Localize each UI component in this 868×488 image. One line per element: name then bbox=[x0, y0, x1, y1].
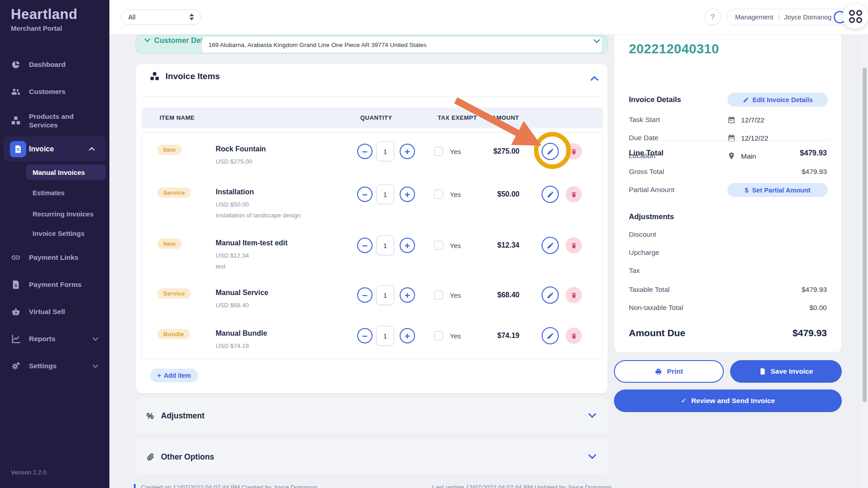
apps-grid-icon bbox=[849, 10, 862, 23]
other-options-header: Other Options bbox=[146, 452, 214, 462]
delete-item-button[interactable] bbox=[566, 237, 582, 253]
app-root: Heartland Merchant Portal Dashboard Cust… bbox=[0, 0, 868, 488]
select-spinner-icon bbox=[189, 14, 194, 20]
quantity-decrease-button[interactable]: − bbox=[357, 287, 373, 303]
tax-exempt-checkbox[interactable] bbox=[434, 331, 443, 340]
sidebar-item-invoice[interactable]: Invoice bbox=[4, 136, 106, 161]
quantity-decrease-button[interactable]: − bbox=[357, 238, 373, 253]
tax-label: Tax bbox=[629, 267, 640, 275]
review-send-invoice-button[interactable]: ✓ Review and Send Invoice bbox=[614, 389, 842, 412]
due-date-value[interactable]: 12/12/22 bbox=[741, 134, 768, 142]
other-options-title: Other Options bbox=[161, 452, 214, 462]
sidebar-item-payment-forms[interactable]: $ Payment Forms bbox=[0, 274, 109, 295]
set-partial-amount-button[interactable]: $ Set Partial Amount bbox=[727, 183, 828, 197]
save-invoice-label: Save Invoice bbox=[771, 367, 813, 375]
amount-due-value: $479.93 bbox=[793, 328, 827, 338]
user-name: Joyce Domanog bbox=[784, 14, 831, 21]
sidebar-item-invoice-settings[interactable]: Invoice Settings bbox=[0, 225, 109, 241]
help-button[interactable]: ? bbox=[704, 9, 721, 25]
apps-launcher-button[interactable] bbox=[843, 4, 868, 29]
svg-text:$: $ bbox=[14, 283, 17, 288]
tax-exempt-checkbox[interactable] bbox=[434, 190, 443, 199]
delete-item-button[interactable] bbox=[566, 186, 582, 202]
sidebar-item-dashboard[interactable]: Dashboard bbox=[0, 54, 109, 75]
scrollbar-track[interactable] bbox=[861, 35, 868, 488]
quantity-input[interactable] bbox=[376, 235, 394, 255]
sidebar-item-payment-links[interactable]: Payment Links bbox=[0, 247, 109, 268]
chevron-down-icon bbox=[144, 38, 151, 43]
tax-exempt-checkbox[interactable] bbox=[434, 147, 443, 156]
collapse-chevron-up-icon[interactable] bbox=[590, 75, 599, 81]
item-name: Installation bbox=[216, 188, 254, 196]
delete-item-button[interactable] bbox=[566, 328, 582, 344]
paperclip-icon bbox=[146, 452, 156, 461]
invoice-icon bbox=[10, 141, 26, 157]
quantity-increase-button[interactable]: + bbox=[400, 187, 415, 202]
edit-item-button[interactable] bbox=[542, 186, 559, 203]
customer-address-field[interactable]: 169 Alubarna, Arabasta Kingdom Grand Lin… bbox=[202, 37, 602, 53]
sidebar-item-recurring-invoices[interactable]: Recurring Invoices bbox=[0, 206, 109, 221]
add-item-label: Add item bbox=[164, 372, 191, 379]
quantity-decrease-button[interactable]: − bbox=[357, 328, 373, 343]
add-item-button[interactable]: + Add item bbox=[150, 369, 198, 382]
sidebar-item-customers[interactable]: Customers bbox=[0, 81, 109, 102]
sidebar-item-manual-invoices[interactable]: Manual Invoices bbox=[26, 164, 106, 180]
trash-icon bbox=[571, 191, 577, 198]
sidebar-item-label: Payment Forms bbox=[29, 280, 97, 289]
chevron-down-icon bbox=[92, 363, 99, 369]
edit-item-button[interactable] bbox=[542, 327, 559, 344]
invoice-items-header: Invoice Items bbox=[150, 71, 220, 81]
customer-details-section[interactable]: Customer Details 169 Alubarna, Arabasta … bbox=[136, 35, 608, 54]
amount-due-label: Amount Due bbox=[629, 328, 685, 338]
table-row: Service Manual Service USD $68.40 − + Ye… bbox=[142, 285, 604, 328]
filter-select[interactable]: All bbox=[121, 9, 201, 25]
pencil-icon bbox=[547, 291, 554, 299]
sidebar-item-reports[interactable]: Reports bbox=[0, 328, 109, 349]
pencil-icon bbox=[547, 191, 554, 198]
collapse-chevron-icon[interactable] bbox=[593, 38, 600, 44]
items-table-body: Item Rock Fountain USD $275.00 − + Yes $… bbox=[142, 132, 603, 359]
quantity-decrease-button[interactable]: − bbox=[357, 187, 373, 202]
other-options-section[interactable]: Other Options bbox=[136, 439, 608, 474]
sidebar-item-estimates[interactable]: Estimates bbox=[0, 185, 109, 200]
tax-exempt-checkbox[interactable] bbox=[434, 241, 443, 250]
chevron-down-icon[interactable] bbox=[588, 413, 596, 419]
quantity-input[interactable] bbox=[376, 141, 394, 161]
quantity-increase-button[interactable]: + bbox=[400, 144, 415, 159]
sidebar-subitem-label: Recurring Invoices bbox=[33, 210, 94, 218]
discount-label: Discount bbox=[629, 230, 656, 239]
item-name: Manual Item-test edit bbox=[216, 239, 288, 247]
quantity-input[interactable] bbox=[376, 285, 394, 305]
edit-invoice-details-button[interactable]: Edit Invoice Details bbox=[727, 93, 828, 107]
customer-address-value: 169 Alubarna, Arabasta Kingdom Grand Lin… bbox=[208, 42, 427, 48]
printer-icon bbox=[655, 368, 662, 375]
quantity-increase-button[interactable]: + bbox=[400, 328, 415, 343]
footer-accent-bar bbox=[134, 484, 136, 488]
quantity-increase-button[interactable]: + bbox=[400, 287, 415, 303]
print-button[interactable]: Print bbox=[614, 360, 724, 383]
task-start-value[interactable]: 12/7/22 bbox=[741, 116, 764, 124]
sidebar-item-products-services[interactable]: Products and Services bbox=[0, 108, 109, 133]
version-label: Version 2.2.0 bbox=[11, 469, 47, 476]
delete-item-button[interactable] bbox=[566, 287, 582, 303]
item-unit-price: USD $275.00 bbox=[216, 158, 252, 165]
location-pin-icon bbox=[727, 152, 736, 160]
logo: Heartland Merchant Portal bbox=[11, 6, 77, 32]
location-value[interactable]: Main bbox=[741, 152, 756, 160]
sidebar-item-settings[interactable]: Settings bbox=[0, 356, 109, 376]
item-amount: $74.19 bbox=[458, 332, 519, 340]
tax-exempt-checkbox[interactable] bbox=[434, 291, 443, 300]
edit-item-button[interactable] bbox=[542, 237, 559, 254]
quantity-increase-button[interactable]: + bbox=[400, 238, 415, 253]
quantity-decrease-button[interactable]: − bbox=[357, 144, 373, 159]
edit-item-button[interactable] bbox=[542, 286, 559, 304]
quantity-input[interactable] bbox=[376, 326, 394, 346]
col-item-name: ITEM NAME bbox=[160, 114, 194, 121]
sidebar-item-virtual-sell[interactable]: Virtual Sell bbox=[0, 301, 109, 322]
chevron-down-icon[interactable] bbox=[588, 454, 596, 460]
basket-icon bbox=[11, 307, 21, 317]
scrollbar-thumb[interactable] bbox=[863, 68, 867, 402]
adjustment-section[interactable]: % Adjustment bbox=[136, 398, 608, 434]
save-invoice-button[interactable]: Save Invoice bbox=[730, 360, 842, 383]
quantity-input[interactable] bbox=[376, 184, 394, 204]
